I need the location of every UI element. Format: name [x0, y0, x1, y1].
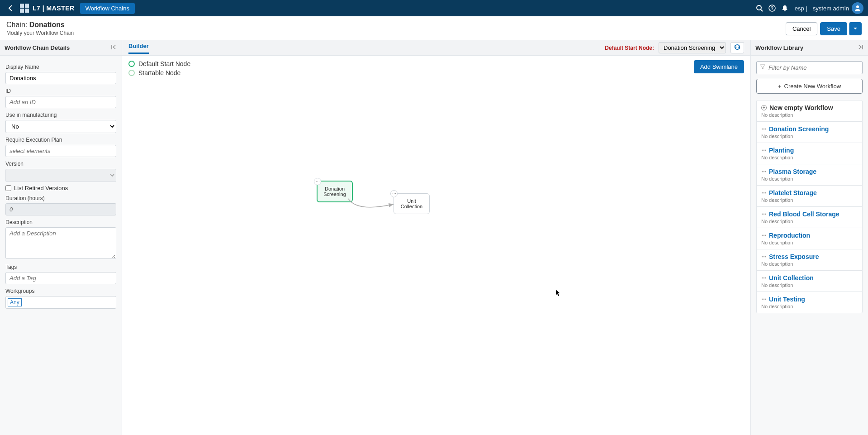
legend: Default Start Node Startable Node — [128, 60, 190, 76]
workflow-item[interactable]: ⋯Unit Testing No description — [757, 292, 862, 313]
details-panel-header: Workflow Chain Details — [0, 40, 122, 56]
drag-icon: ⋯ — [761, 126, 766, 132]
startable-legend-icon — [128, 70, 135, 76]
node-donation-screening[interactable]: ⋯ Donation Screening — [317, 181, 353, 202]
tags-label: Tags — [5, 264, 116, 270]
workgroups-input[interactable]: Any — [5, 296, 116, 309]
plus-circle-icon: + — [761, 105, 767, 110]
add-swimlane-button[interactable]: Add Swimlane — [694, 60, 744, 73]
workgroups-label: Workgroups — [5, 288, 116, 294]
workflow-item[interactable]: ⋯Stress Exposure No description — [757, 249, 862, 271]
library-panel-header: Workflow Library — [751, 40, 868, 56]
collapse-left-icon — [111, 44, 117, 50]
builder-header: Builder Default Start Node: Donation Scr… — [122, 40, 750, 56]
node-menu-button[interactable]: ⋯ — [314, 178, 321, 185]
collapse-left-button[interactable] — [111, 44, 117, 52]
page-subtitle: Modify your Workflow Chain — [6, 30, 74, 36]
help-icon: ? — [768, 5, 776, 12]
save-button[interactable]: Save — [820, 22, 847, 35]
context-pill[interactable]: Workflow Chains — [80, 3, 135, 14]
search-icon — [756, 5, 763, 12]
details-panel: Workflow Chain Details Display Name ID U… — [0, 40, 122, 435]
drag-icon: ⋯ — [761, 211, 766, 217]
node-unit-collection[interactable]: ⋯ Unit Collection — [394, 193, 430, 214]
list-retired-label: List Retired Versions — [14, 185, 68, 191]
drag-icon: ⋯ — [761, 190, 766, 196]
create-workflow-button[interactable]: + Create New Workflow — [756, 79, 863, 94]
startable-legend-label: Startable Node — [138, 69, 180, 76]
description-input[interactable] — [5, 227, 116, 259]
display-name-label: Display Name — [5, 64, 116, 70]
cancel-button[interactable]: Cancel — [786, 22, 817, 35]
collapse-right-icon — [857, 44, 863, 50]
use-manufacturing-label: Use in manufacturing — [5, 112, 116, 118]
version-select[interactable] — [5, 169, 116, 182]
chevron-left-icon — [7, 5, 14, 12]
svg-point-0 — [757, 5, 761, 10]
workflow-item[interactable]: ⋯Donation Screening No description — [757, 122, 862, 143]
node-menu-button[interactable]: ⋯ — [390, 190, 398, 197]
default-start-node-label: Default Start Node: — [605, 45, 654, 51]
workflow-item-new[interactable]: +New empty Workflow No description — [757, 100, 862, 122]
workflow-item[interactable]: ⋯Platelet Storage No description — [757, 186, 862, 207]
brand-name: L7 | MASTER — [33, 5, 75, 12]
plus-icon: + — [778, 83, 782, 90]
workflow-item[interactable]: ⋯Plasma Storage No description — [757, 164, 862, 186]
list-retired-checkbox[interactable] — [5, 185, 11, 191]
workgroups-tag-any[interactable]: Any — [8, 298, 22, 306]
page-title: Chain: Donations — [6, 21, 74, 29]
bell-icon — [781, 5, 788, 12]
topbar: L7 | MASTER Workflow Chains ? esp | syst… — [0, 0, 868, 16]
workflow-item[interactable]: ⋯Unit Collection No description — [757, 271, 862, 292]
refresh-button[interactable] — [730, 42, 744, 53]
help-button[interactable]: ? — [766, 2, 778, 14]
display-name-input[interactable] — [5, 72, 116, 84]
library-panel: Workflow Library + Create New Workflow +… — [750, 40, 868, 435]
user-avatar[interactable] — [852, 2, 863, 14]
cursor-icon — [555, 289, 561, 298]
drag-icon: ⋯ — [761, 275, 766, 281]
default-start-node-select[interactable]: Donation Screening — [659, 42, 726, 53]
version-label: Version — [5, 161, 116, 167]
workflow-item[interactable]: ⋯Planting No description — [757, 143, 862, 164]
duration-input — [5, 203, 116, 215]
svg-text:?: ? — [771, 6, 773, 11]
notifications-button[interactable] — [778, 2, 791, 14]
workflow-item[interactable]: ⋯Reproduction No description — [757, 228, 862, 249]
id-label: ID — [5, 88, 116, 94]
save-dropdown-button[interactable] — [849, 22, 862, 35]
user-icon — [854, 5, 861, 12]
back-button[interactable] — [5, 2, 17, 14]
filter-icon — [760, 64, 765, 71]
duration-label: Duration (hours) — [5, 195, 116, 201]
app-grid-icon[interactable] — [20, 4, 29, 13]
tags-input[interactable] — [5, 272, 116, 284]
description-label: Description — [5, 219, 116, 225]
collapse-right-button[interactable] — [857, 44, 863, 52]
user-name[interactable]: system admin — [813, 5, 849, 12]
language-selector[interactable]: esp | — [795, 5, 807, 12]
refresh-icon — [734, 44, 740, 50]
drag-icon: ⋯ — [761, 296, 766, 302]
filter-input[interactable] — [756, 61, 863, 74]
drag-icon: ⋯ — [761, 168, 766, 175]
default-start-legend-label: Default Start Node — [138, 60, 190, 67]
builder-panel: Builder Default Start Node: Donation Scr… — [122, 40, 750, 435]
default-start-legend-icon — [128, 61, 135, 67]
id-input[interactable] — [5, 96, 116, 108]
require-execution-label: Require Execution Plan — [5, 137, 116, 143]
search-button[interactable] — [753, 2, 766, 14]
drag-icon: ⋯ — [761, 232, 766, 239]
caret-down-icon — [853, 26, 858, 31]
workflow-list: +New empty Workflow No description ⋯Dona… — [756, 100, 863, 313]
canvas[interactable]: ⋯ Donation Screening ⋯ Unit Collection — [122, 76, 750, 435]
drag-icon: ⋯ — [761, 147, 766, 153]
drag-icon: ⋯ — [761, 253, 766, 260]
tab-builder[interactable]: Builder — [128, 43, 149, 54]
require-execution-input[interactable] — [5, 145, 116, 157]
workflow-item[interactable]: ⋯Red Blood Cell Storage No description — [757, 207, 862, 228]
subheader: Chain: Donations Modify your Workflow Ch… — [0, 16, 868, 40]
svg-point-4 — [856, 5, 859, 8]
svg-line-1 — [761, 10, 763, 11]
use-manufacturing-select[interactable]: No — [5, 120, 116, 133]
